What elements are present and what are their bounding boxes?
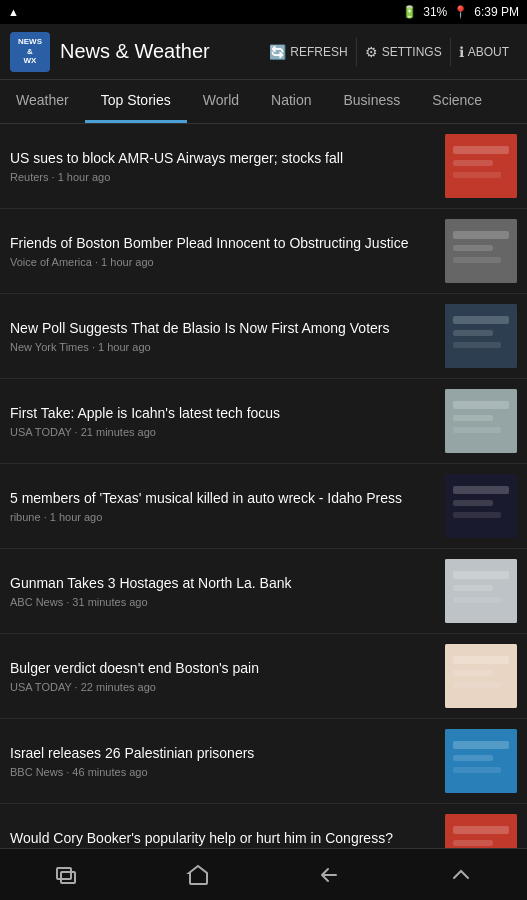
news-thumbnail (445, 219, 517, 283)
news-headline: Friends of Boston Bomber Plead Innocent … (10, 234, 435, 252)
news-item[interactable]: Israel releases 26 Palestinian prisoners… (0, 719, 527, 804)
news-thumbnail (445, 134, 517, 198)
back-button[interactable] (299, 855, 359, 895)
svg-rect-30 (453, 755, 493, 761)
tab-world[interactable]: World (187, 80, 255, 123)
news-list: US sues to block AMR-US Airways merger; … (0, 124, 527, 848)
svg-rect-26 (453, 670, 493, 676)
svg-rect-10 (453, 330, 493, 336)
news-headline: Bulger verdict doesn't end Boston's pain (10, 659, 435, 677)
news-thumbnail (445, 644, 517, 708)
up-button[interactable] (431, 855, 491, 895)
svg-rect-9 (453, 316, 509, 324)
svg-rect-25 (453, 656, 509, 664)
news-content: New Poll Suggests That de Blasio Is Now … (10, 304, 445, 368)
app-logo: NEWS&WX (10, 32, 50, 72)
svg-rect-31 (453, 767, 501, 773)
news-thumbnail (445, 559, 517, 623)
status-right: 🔋 31% 📍 6:39 PM (402, 5, 519, 19)
news-headline: New Poll Suggests That de Blasio Is Now … (10, 319, 435, 337)
refresh-icon: 🔄 (269, 44, 286, 60)
tab-top-stories[interactable]: Top Stories (85, 80, 187, 123)
news-content: First Take: Apple is Icahn's latest tech… (10, 389, 445, 453)
news-headline: First Take: Apple is Icahn's latest tech… (10, 404, 435, 422)
news-item[interactable]: Friends of Boston Bomber Plead Innocent … (0, 209, 527, 294)
news-meta: New York Times · 1 hour ago (10, 341, 435, 353)
news-thumbnail (445, 729, 517, 793)
news-item[interactable]: New Poll Suggests That de Blasio Is Now … (0, 294, 527, 379)
svg-rect-37 (61, 872, 75, 883)
svg-rect-36 (57, 868, 71, 879)
svg-rect-13 (453, 401, 509, 409)
news-content: Would Cory Booker's popularity help or h… (10, 814, 445, 848)
svg-rect-27 (453, 682, 501, 688)
refresh-label: REFRESH (290, 45, 347, 59)
news-content: Gunman Takes 3 Hostages at North La. Ban… (10, 559, 445, 623)
news-meta: Reuters · 1 hour ago (10, 171, 435, 183)
news-item[interactable]: First Take: Apple is Icahn's latest tech… (0, 379, 527, 464)
svg-rect-19 (453, 512, 501, 518)
settings-button[interactable]: ⚙ SETTINGS (356, 38, 450, 66)
news-headline: 5 members of 'Texas' musical killed in a… (10, 489, 435, 507)
news-thumbnail (445, 389, 517, 453)
news-item[interactable]: Would Cory Booker's popularity help or h… (0, 804, 527, 848)
tab-nation[interactable]: Nation (255, 80, 327, 123)
news-headline: Gunman Takes 3 Hostages at North La. Ban… (10, 574, 435, 592)
about-button[interactable]: ℹ ABOUT (450, 38, 517, 66)
map-icon: 📍 (453, 5, 468, 19)
news-thumbnail (445, 474, 517, 538)
time-display: 6:39 PM (474, 5, 519, 19)
svg-rect-11 (453, 342, 501, 348)
battery-icon: 🔋 (402, 5, 417, 19)
svg-rect-33 (453, 826, 509, 834)
svg-rect-22 (453, 585, 493, 591)
svg-rect-21 (453, 571, 509, 579)
news-item[interactable]: Bulger verdict doesn't end Boston's pain… (0, 634, 527, 719)
tab-business[interactable]: Business (328, 80, 417, 123)
signal-icon: ▲ (8, 6, 19, 18)
svg-rect-15 (453, 427, 501, 433)
battery-percent: 31% (423, 5, 447, 19)
refresh-button[interactable]: 🔄 REFRESH (261, 38, 355, 66)
news-thumbnail (445, 814, 517, 848)
svg-rect-5 (453, 231, 509, 239)
bottom-nav (0, 848, 527, 900)
settings-icon: ⚙ (365, 44, 378, 60)
news-content: 5 members of 'Texas' musical killed in a… (10, 474, 445, 538)
news-thumbnail (445, 304, 517, 368)
about-label: ABOUT (468, 45, 509, 59)
news-content: Israel releases 26 Palestinian prisoners… (10, 729, 445, 793)
news-headline: Israel releases 26 Palestinian prisoners (10, 744, 435, 762)
news-meta: ribune · 1 hour ago (10, 511, 435, 523)
news-headline: Would Cory Booker's popularity help or h… (10, 829, 435, 847)
news-headline: US sues to block AMR-US Airways merger; … (10, 149, 435, 167)
svg-rect-7 (453, 257, 501, 263)
news-content: Friends of Boston Bomber Plead Innocent … (10, 219, 445, 283)
recent-apps-button[interactable] (36, 855, 96, 895)
svg-rect-17 (453, 486, 509, 494)
svg-rect-1 (453, 146, 509, 154)
news-meta: Voice of America · 1 hour ago (10, 256, 435, 268)
news-item[interactable]: US sues to block AMR-US Airways merger; … (0, 124, 527, 209)
news-item[interactable]: Gunman Takes 3 Hostages at North La. Ban… (0, 549, 527, 634)
news-meta: BBC News · 46 minutes ago (10, 766, 435, 778)
tab-science[interactable]: Science (416, 80, 498, 123)
app-bar-actions: 🔄 REFRESH ⚙ SETTINGS ℹ ABOUT (261, 38, 517, 66)
svg-rect-18 (453, 500, 493, 506)
app-title: News & Weather (60, 40, 261, 63)
news-meta: USA TODAY · 22 minutes ago (10, 681, 435, 693)
news-content: Bulger verdict doesn't end Boston's pain… (10, 644, 445, 708)
news-meta: ABC News · 31 minutes ago (10, 596, 435, 608)
status-left: ▲ (8, 6, 19, 18)
news-item[interactable]: 5 members of 'Texas' musical killed in a… (0, 464, 527, 549)
svg-rect-3 (453, 172, 501, 178)
svg-rect-2 (453, 160, 493, 166)
svg-rect-6 (453, 245, 493, 251)
news-content: US sues to block AMR-US Airways merger; … (10, 134, 445, 198)
tab-weather[interactable]: Weather (0, 80, 85, 123)
svg-rect-29 (453, 741, 509, 749)
home-button[interactable] (168, 855, 228, 895)
svg-rect-14 (453, 415, 493, 421)
app-bar: NEWS&WX News & Weather 🔄 REFRESH ⚙ SETTI… (0, 24, 527, 80)
svg-rect-34 (453, 840, 493, 846)
